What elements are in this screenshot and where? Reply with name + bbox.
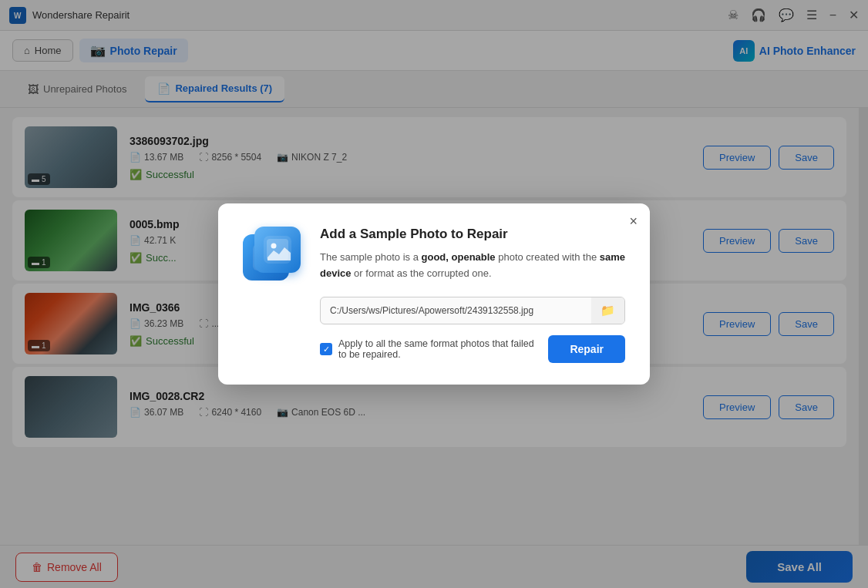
add-sample-dialog: × (218, 203, 650, 385)
repair-button[interactable]: Repair (548, 335, 625, 363)
checkbox-label-text: Apply to all the same format photos that… (338, 338, 540, 360)
modal-overlay: × (0, 0, 868, 588)
dialog-actions-row: ✓ Apply to all the same format photos th… (320, 335, 625, 363)
filepath-input-row: 📁 (320, 297, 625, 324)
filepath-input[interactable] (321, 298, 591, 323)
apply-all-checkbox[interactable]: ✓ (320, 343, 332, 355)
dialog-text: Add a Sample Photo to Repair The sample … (320, 227, 625, 364)
svg-point-6 (271, 243, 277, 248)
dialog-body: Add a Sample Photo to Repair The sample … (243, 227, 625, 364)
dialog-icon (243, 227, 304, 288)
dialog-title: Add a Sample Photo to Repair (320, 227, 625, 242)
dialog-close-button[interactable]: × (629, 214, 638, 228)
icon-front-layer (254, 227, 301, 273)
dialog-description: The sample photo is a good, openable pho… (320, 250, 625, 282)
image-icon-front (264, 236, 291, 264)
folder-browse-button[interactable]: 📁 (591, 297, 624, 324)
apply-all-checkbox-label[interactable]: ✓ Apply to all the same format photos th… (320, 338, 540, 360)
